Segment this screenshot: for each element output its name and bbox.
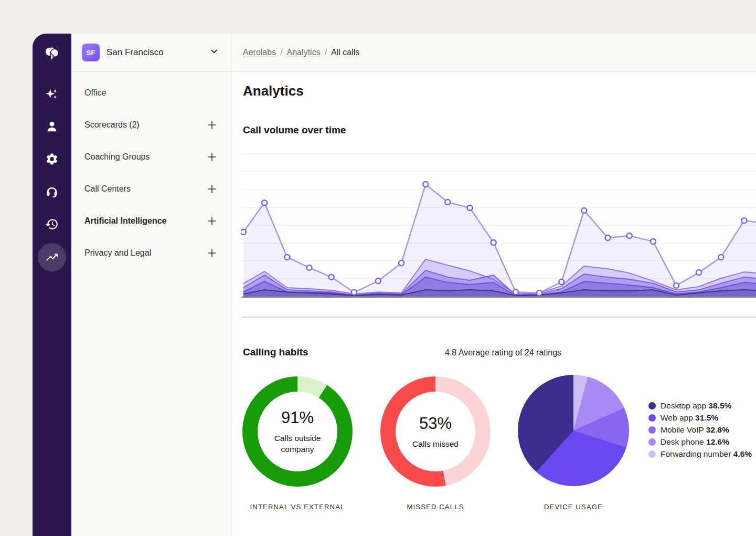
support-headset-icon[interactable] (40, 180, 63, 203)
average-rating-note: 4.8 Average rating of 24 ratings (445, 348, 561, 358)
page-title: Analytics (243, 83, 304, 99)
add-call-center-button[interactable] (205, 182, 219, 196)
sidebar-item-coaching-groups[interactable]: Coaching Groups (71, 141, 231, 173)
breadcrumb-current: All calls (331, 48, 359, 57)
workspace-name: San Francisco (107, 47, 203, 58)
legend-dot (648, 414, 656, 422)
call-volume-title: Call volume over time (243, 124, 346, 136)
app-window: SF San Francisco Office Scorecards (2) (33, 34, 756, 536)
breadcrumb-link-analytics[interactable]: Analytics (287, 48, 321, 57)
settings-gear-icon[interactable] (40, 148, 63, 171)
topbar: Aerolabs / Analytics / All calls (231, 34, 756, 72)
missed-calls-caption: MISSED CALLS (380, 503, 491, 511)
donut-label: Calls outside company (262, 433, 333, 455)
add-scorecard-button[interactable] (205, 118, 219, 132)
sidebar-item-artificial-intelligence[interactable]: Artificial Intelligence (71, 205, 231, 237)
call-volume-area-chart (241, 150, 756, 319)
breadcrumb: Aerolabs / Analytics / All calls (243, 48, 359, 57)
contacts-icon[interactable] (40, 115, 63, 138)
dialpad-logo[interactable] (40, 41, 63, 64)
sidebar-item-privacy-and-legal[interactable]: Privacy and Legal (71, 237, 231, 269)
legend-item: Desk phone 12.6% (648, 438, 752, 446)
add-privacy-button[interactable] (205, 246, 219, 260)
legend-dot (648, 402, 656, 409)
device-usage-legend: Desktop app 38.5% Web app 31.5% Mobile V… (648, 402, 752, 458)
sidebar-item-call-centers[interactable]: Call Centers (71, 173, 231, 205)
donut-label: Calls missed (400, 438, 471, 449)
legend-item: Desktop app 38.5% (648, 402, 752, 409)
sidebar: SF San Francisco Office Scorecards (2) (71, 34, 231, 536)
donut-center: 91% Calls outside company (242, 376, 353, 487)
device-usage-caption: DEVICE USAGE (518, 503, 629, 511)
add-ai-button[interactable] (205, 214, 219, 228)
device-usage-pie-chart (518, 375, 629, 486)
calling-habits-title: Calling habits (243, 346, 308, 358)
sidebar-item-scorecards[interactable]: Scorecards (2) (71, 109, 231, 141)
legend-dot (648, 450, 656, 458)
sidebar-item-office[interactable]: Office (71, 77, 231, 109)
screen: SF San Francisco Office Scorecards (2) (0, 0, 756, 536)
legend-item: Web app 31.5% (648, 414, 752, 422)
donut-center: 53% Calls missed (380, 376, 491, 487)
breadcrumb-separator: / (280, 48, 282, 57)
legend-item: Mobile VoIP 32.8% (648, 426, 752, 434)
workspace-selector[interactable]: SF San Francisco (71, 34, 231, 72)
icon-rail (33, 34, 71, 536)
legend-dot (648, 438, 656, 446)
missed-calls-donut-chart: 53% Calls missed (380, 376, 491, 487)
breadcrumb-link-aerolabs[interactable]: Aerolabs (243, 48, 276, 57)
internal-vs-external-donut-chart: 91% Calls outside company (242, 376, 353, 487)
ai-sparkles-icon[interactable] (40, 83, 63, 106)
breadcrumb-separator: / (325, 48, 327, 57)
workspace-avatar: SF (82, 44, 100, 61)
donut-value: 91% (281, 408, 314, 427)
chevron-down-icon (210, 47, 218, 58)
add-coaching-group-button[interactable] (205, 150, 219, 164)
legend-item: Forwarding number 4.6% (648, 450, 752, 458)
main-area: Aerolabs / Analytics / All calls Analyti… (231, 34, 756, 536)
analytics-trend-icon[interactable] (40, 246, 63, 269)
internal-vs-external-caption: INTERNAL VS EXTERNAL (242, 503, 353, 511)
history-icon[interactable] (40, 213, 63, 236)
sidebar-menu: Office Scorecards (2) Coaching Groups Ca… (71, 72, 231, 269)
donut-value: 53% (419, 414, 452, 433)
legend-dot (648, 426, 656, 434)
